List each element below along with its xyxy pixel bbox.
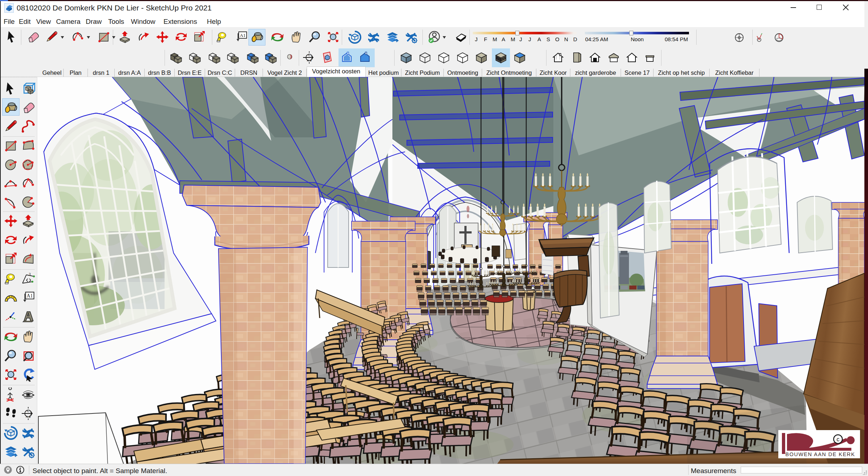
svg-text:c: c: [837, 436, 839, 442]
svg-text:BOUWEN AAN DE KERK: BOUWEN AAN DE KERK: [786, 451, 855, 457]
